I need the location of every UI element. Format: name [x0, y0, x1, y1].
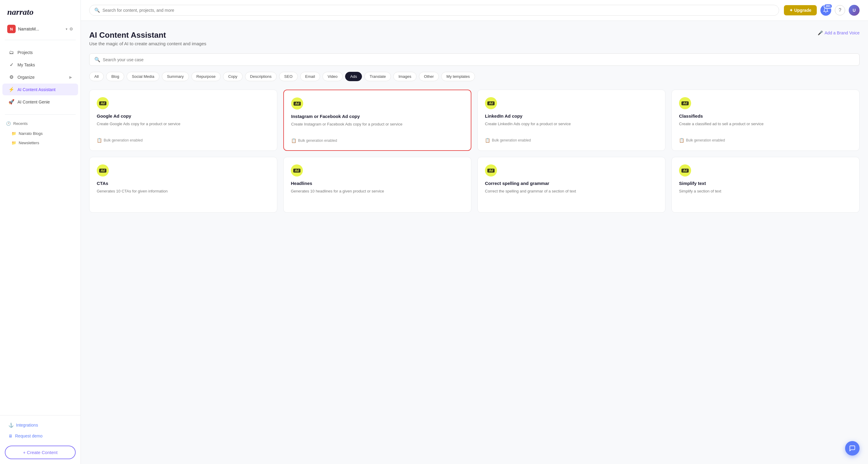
card-bulk-instagram-fb: 📋 Bulk generation enabled: [291, 138, 464, 143]
card-icon-google-ad: Ad: [97, 97, 109, 109]
tab-video[interactable]: Video: [322, 72, 343, 81]
user-avatar-top[interactable]: U: [849, 5, 860, 16]
card-ctas[interactable]: Ad CTAs Generates 10 CTAs for given info…: [89, 157, 277, 213]
integrations-label: Integrations: [16, 423, 38, 428]
bulk-icon: 📋: [291, 138, 296, 143]
bulk-label: Bulk generation enabled: [104, 138, 143, 142]
logo: narrato: [0, 0, 81, 22]
bottom-links: ⚓ Integrations 🖥 Request demo: [5, 420, 76, 441]
sidebar-item-label: Organize: [18, 75, 35, 80]
card-headlines[interactable]: Ad Headlines Generates 10 headlines for …: [283, 157, 471, 213]
sidebar-item-ai-genie[interactable]: 🚀 AI Content Genie: [2, 96, 78, 108]
folder-icon: 📁: [11, 141, 16, 145]
card-icon-instagram-fb: Ad: [291, 97, 303, 110]
sidebar-item-tasks[interactable]: ✓ My Tasks: [2, 59, 78, 70]
page-subtitle: Use the magic of AI to create amazing co…: [89, 41, 207, 46]
upgrade-button[interactable]: ✦ Upgrade: [784, 5, 817, 16]
tab-other[interactable]: Other: [419, 72, 439, 81]
request-demo-link[interactable]: 🖥 Request demo: [5, 431, 76, 441]
chevron-down-icon: ▾: [66, 27, 67, 31]
card-title-google-ad: Google Ad copy: [97, 113, 270, 119]
main-area: 🔍 ✦ Upgrade 281 ? U: [81, 0, 868, 464]
lightning-icon: ⚡: [8, 87, 14, 92]
tab-translate[interactable]: Translate: [364, 72, 391, 81]
upgrade-label: ✦ Upgrade: [789, 8, 811, 13]
page-header: AI Content Assistant Use the magic of AI…: [89, 30, 860, 46]
card-google-ad[interactable]: Ad Google Ad copy Create Google Ads copy…: [89, 90, 277, 151]
card-icon-simplify: Ad: [679, 165, 691, 176]
card-desc-headlines: Generates 10 headlines for a given produ…: [291, 188, 464, 200]
sidebar: narrato N NarratoM... ▾ ⚙ 🗂 Projects ✓ M…: [0, 0, 81, 464]
card-icon-spelling: Ad: [485, 165, 497, 176]
sidebar-item-label: My Tasks: [18, 62, 35, 67]
sidebar-bottom: ⚓ Integrations 🖥 Request demo + Create C…: [0, 415, 81, 464]
card-desc-instagram-fb: Create Instagram or Facebook Ads copy fo…: [291, 121, 464, 133]
user-name: NarratoM...: [18, 27, 66, 31]
check-icon: ✓: [8, 62, 14, 67]
bulk-label: Bulk generation enabled: [686, 138, 725, 142]
add-brand-voice-label: Add a Brand Voice: [825, 30, 860, 35]
request-demo-label: Request demo: [15, 434, 42, 438]
notifications-button[interactable]: 281: [820, 5, 831, 16]
tab-social-media[interactable]: Social Media: [127, 72, 159, 81]
tab-images[interactable]: Images: [393, 72, 416, 81]
tab-seo[interactable]: SEO: [279, 72, 298, 81]
bulk-label: Bulk generation enabled: [492, 138, 531, 142]
monitor-icon: 🖥: [8, 434, 13, 438]
card-title-ctas: CTAs: [97, 181, 270, 186]
card-classifieds[interactable]: Ad Classifieds Create a classified ad to…: [672, 90, 860, 151]
chat-bubble-button[interactable]: [845, 441, 860, 456]
recents-label: Recents: [13, 121, 28, 126]
tab-email[interactable]: Email: [300, 72, 320, 81]
card-title-instagram-fb: Instagram or Facebook Ad copy: [291, 114, 464, 119]
organize-icon: ⚙: [8, 74, 14, 80]
gear-icon[interactable]: ⚙: [69, 27, 73, 31]
help-button[interactable]: ?: [835, 5, 845, 16]
usecase-search-input[interactable]: [103, 57, 855, 62]
add-brand-voice-link[interactable]: 🎤 Add a Brand Voice: [818, 30, 860, 35]
bulk-icon: 📋: [97, 138, 102, 143]
search-input[interactable]: [102, 8, 774, 13]
rocket-icon: 🚀: [8, 99, 14, 105]
usecase-search[interactable]: 🔍: [89, 53, 860, 66]
card-linkedin-ad[interactable]: Ad LinkedIn Ad copy Create LinkedIn Ads …: [477, 90, 665, 151]
card-desc-spelling: Correct the spelling and grammar of a se…: [485, 188, 658, 200]
card-instagram-fb-ad[interactable]: Ad Instagram or Facebook Ad copy Create …: [283, 90, 471, 151]
create-content-label: + Create Content: [23, 450, 58, 455]
cards-row-2: Ad CTAs Generates 10 CTAs for given info…: [89, 157, 860, 213]
page-title: AI Content Assistant: [89, 30, 207, 40]
sidebar-item-projects[interactable]: 🗂 Projects: [2, 47, 78, 58]
recent-item-1[interactable]: 📁 Newsletters: [0, 138, 81, 147]
card-bulk-google-ad: 📋 Bulk generation enabled: [97, 138, 270, 143]
card-bulk-linkedin: 📋 Bulk generation enabled: [485, 138, 658, 143]
card-title-linkedin: LinkedIn Ad copy: [485, 113, 658, 119]
recent-item-0[interactable]: 📁 Narrato Blogs: [0, 129, 81, 138]
cards-row-1: Ad Google Ad copy Create Google Ads copy…: [89, 90, 860, 151]
tab-summary[interactable]: Summary: [162, 72, 189, 81]
card-simplify-text[interactable]: Ad Simplify text Simplify a section of t…: [672, 157, 860, 213]
card-icon-linkedin: Ad: [485, 97, 497, 109]
recents-section: 🕐 Recents: [0, 118, 81, 129]
recent-item-label: Narrato Blogs: [19, 131, 42, 136]
card-spelling-grammar[interactable]: Ad Correct spelling and grammar Correct …: [477, 157, 665, 213]
question-icon: ?: [839, 7, 841, 13]
topbar: 🔍 ✦ Upgrade 281 ? U: [81, 0, 868, 21]
sidebar-item-ai-assistant[interactable]: ⚡ AI Content Assistant: [2, 84, 78, 95]
create-content-button[interactable]: + Create Content: [5, 445, 76, 459]
card-title-spelling: Correct spelling and grammar: [485, 181, 658, 186]
tab-all[interactable]: All: [89, 72, 104, 81]
tab-my-templates[interactable]: My templates: [441, 72, 475, 81]
sidebar-item-organize[interactable]: ⚙ Organize ▶: [2, 71, 78, 83]
tab-blog[interactable]: Blog: [106, 72, 124, 81]
card-desc-simplify: Simplify a section of text: [679, 188, 852, 200]
integrations-link[interactable]: ⚓ Integrations: [5, 420, 76, 430]
global-search[interactable]: 🔍: [89, 5, 779, 16]
tab-repurpose[interactable]: Repurpose: [191, 72, 221, 81]
folder-icon: 📁: [11, 131, 16, 136]
user-menu[interactable]: N NarratoM... ▾ ⚙: [2, 22, 78, 36]
tab-descriptions[interactable]: Descriptions: [245, 72, 277, 81]
tab-copy[interactable]: Copy: [223, 72, 242, 81]
tab-ads[interactable]: Ads: [345, 72, 362, 81]
mic-icon: 🎤: [818, 30, 823, 35]
page-content: AI Content Assistant Use the magic of AI…: [81, 21, 868, 464]
